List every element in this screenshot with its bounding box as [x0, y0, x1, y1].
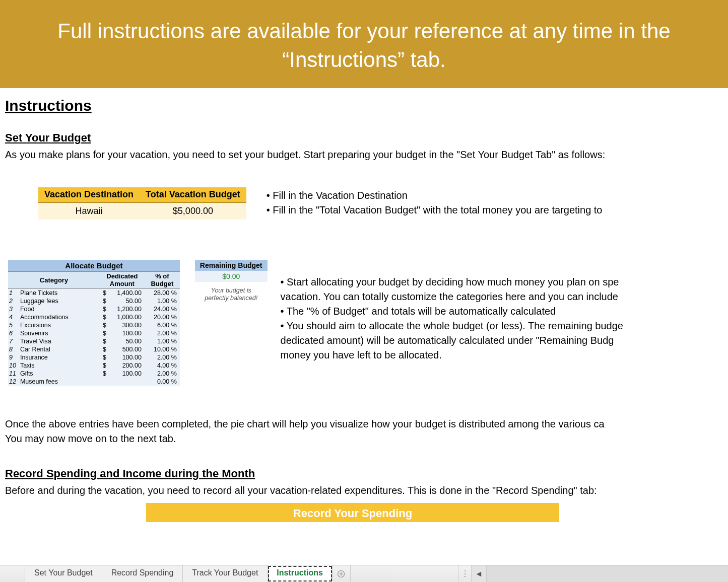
- row-category: Travel Visa: [19, 337, 100, 345]
- row-percent: 4.00 %: [145, 361, 180, 370]
- set-budget-intro: As you make plans for your vacation, you…: [5, 148, 723, 162]
- row-category: Car Rental: [19, 345, 100, 353]
- tab-record-spending[interactable]: Record Spending: [102, 565, 183, 582]
- table-row: Hawaii $5,000.00: [38, 202, 246, 220]
- table-row: 8Car Rental$500.0010.00 %: [8, 345, 180, 353]
- row-amount: 1,000.00: [109, 313, 145, 321]
- bullet: • Start allocating your budget by decidi…: [281, 275, 623, 289]
- remaining-budget-box: Remaining Budget $0.00 Your budget is pe…: [195, 260, 268, 302]
- row-percent: 2.00 %: [145, 329, 180, 337]
- row-amount: 100.00: [109, 353, 145, 361]
- destination-table: Vacation Destination Total Vacation Budg…: [38, 187, 246, 220]
- row-percent: 2.00 %: [145, 353, 180, 361]
- paragraph: Once the above entries have been complet…: [5, 417, 723, 431]
- row-index: 2: [8, 297, 19, 305]
- alloc-title: Allocate Budget: [8, 260, 180, 272]
- row-amount: 50.00: [109, 297, 145, 305]
- row-index: 1: [8, 288, 19, 297]
- row-currency: $: [100, 345, 109, 353]
- alloc-bullets: • Start allocating your budget by decidi…: [281, 260, 623, 362]
- tab-nav-spacer: [0, 565, 25, 582]
- row-percent: 1.00 %: [145, 337, 180, 345]
- row-category: Museum fees: [19, 378, 100, 386]
- row-category: Plane Tickets: [19, 288, 100, 297]
- tab-track-your-budget[interactable]: Track Your Budget: [183, 565, 268, 582]
- dest-value: Hawaii: [38, 202, 140, 220]
- row-index: 11: [8, 370, 19, 378]
- row-currency: $: [100, 370, 109, 378]
- top-banner: Full instructions are available for your…: [0, 0, 728, 88]
- bullet-cont: dedicated amount) will be automatically …: [281, 333, 623, 348]
- document-body: Instructions Set Your Budget As you make…: [0, 88, 728, 522]
- plus-circle-icon: [337, 570, 345, 578]
- row-category: Luggage fees: [19, 297, 100, 305]
- tab-set-your-budget[interactable]: Set Your Budget: [25, 565, 102, 582]
- alloc-header-pct: % of Budget: [145, 272, 180, 289]
- scroll-left-button[interactable]: ◄: [471, 565, 486, 582]
- row-currency: $: [100, 297, 109, 305]
- row-currency: $: [100, 288, 109, 297]
- bullet: • The "% of Budget" and totals will be a…: [281, 304, 623, 319]
- table-row: 4Accommodations$1,000.0020.00 %: [8, 313, 180, 321]
- row-index: 5: [8, 321, 19, 329]
- row-percent: 0.00 %: [145, 378, 180, 386]
- bullet-cont: vacation. You can totally customize the …: [281, 289, 623, 304]
- bullet: • You should aim to allocate the whole b…: [281, 319, 623, 333]
- table-row: 9Insurance$100.002.00 %: [8, 353, 180, 361]
- row-currency: $: [100, 361, 109, 370]
- tab-instructions[interactable]: Instructions: [268, 565, 333, 582]
- tab-options-button[interactable]: ⋮: [458, 565, 471, 582]
- row-index: 12: [8, 378, 19, 386]
- row-index: 10: [8, 361, 19, 370]
- remaining-value: $0.00: [195, 271, 268, 282]
- row-category: Gifts: [19, 370, 100, 378]
- row-percent: 24.00 %: [145, 305, 180, 313]
- row-category: Souvenirs: [19, 329, 100, 337]
- row-currency: $: [100, 329, 109, 337]
- row-category: Food: [19, 305, 100, 313]
- row-index: 7: [8, 337, 19, 345]
- row-index: 4: [8, 313, 19, 321]
- row-currency: [100, 378, 109, 386]
- row-percent: 6.00 %: [145, 321, 180, 329]
- allocate-budget-table: Allocate Budget Category Dedicated Amoun…: [8, 260, 180, 386]
- table-row: 10Taxis$200.004.00 %: [8, 361, 180, 370]
- row-percent: 28.00 %: [145, 288, 180, 297]
- heading-set-budget: Set Your Budget: [5, 131, 723, 144]
- row-category: Taxis: [19, 361, 100, 370]
- row-currency: $: [100, 313, 109, 321]
- budget-value: $5,000.00: [140, 202, 246, 220]
- row-currency: $: [100, 337, 109, 345]
- record-spending-banner: Record Your Spending: [146, 503, 559, 522]
- row-amount: 1,400.00: [109, 288, 145, 297]
- remaining-msg: Your budget is: [195, 287, 268, 295]
- row-amount: 100.00: [109, 329, 145, 337]
- row-amount: 100.00: [109, 370, 145, 378]
- new-sheet-button[interactable]: [333, 565, 351, 582]
- dest-bullets: • Fill in the Vacation Destination • Fil…: [267, 187, 603, 217]
- row-index: 3: [8, 305, 19, 313]
- dest-header-budget: Total Vacation Budget: [140, 187, 246, 202]
- row-currency: $: [100, 353, 109, 361]
- row-currency: $: [100, 321, 109, 329]
- horizontal-scrollbar[interactable]: [486, 565, 728, 582]
- heading-record-spending: Record Spending and Income during the Mo…: [5, 467, 723, 480]
- row-amount: 1,200.00: [109, 305, 145, 313]
- bullet: • Fill in the Vacation Destination: [267, 188, 603, 203]
- row-index: 6: [8, 329, 19, 337]
- alloc-header-dedicated: Dedicated Amount: [100, 272, 145, 289]
- bullet: • Fill in the "Total Vacation Budget" wi…: [267, 203, 603, 217]
- row-percent: 1.00 %: [145, 297, 180, 305]
- table-row: 5Excursions$300.006.00 %: [8, 321, 180, 329]
- remaining-header: Remaining Budget: [195, 260, 268, 271]
- row-amount: [109, 378, 145, 386]
- row-index: 8: [8, 345, 19, 353]
- row-amount: 300.00: [109, 321, 145, 329]
- row-amount: 50.00: [109, 337, 145, 345]
- row-percent: 20.00 %: [145, 313, 180, 321]
- row-index: 9: [8, 353, 19, 361]
- table-row: 3Food$1,200.0024.00 %: [8, 305, 180, 313]
- row-category: Excursions: [19, 321, 100, 329]
- table-row: 12Museum fees0.00 %: [8, 378, 180, 386]
- row-category: Insurance: [19, 353, 100, 361]
